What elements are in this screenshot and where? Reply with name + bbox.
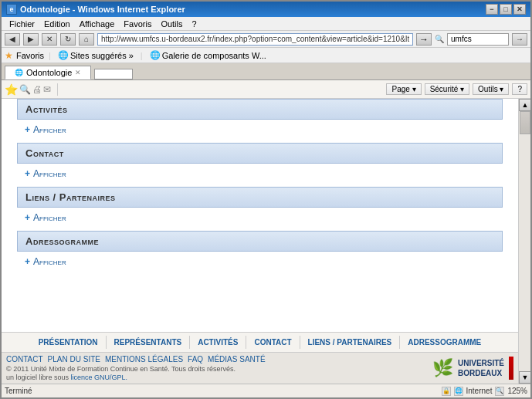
fav-sep2: |: [141, 51, 143, 60]
fav-galerie-label: Galerie de composants W...: [162, 51, 266, 60]
contact-afficher-link[interactable]: Afficher: [33, 168, 66, 179]
toolbar-icon-4: ✉: [43, 84, 51, 95]
back-button[interactable]: ◀: [5, 33, 20, 46]
nav-liens-partenaires[interactable]: Liens / Partenaires: [300, 336, 401, 349]
nav-contact[interactable]: Contact: [246, 336, 300, 349]
section-activites-title: Activités: [25, 103, 67, 115]
stop-button[interactable]: ✕: [42, 33, 57, 46]
tab-search-input[interactable]: [94, 69, 133, 79]
section-liens-header: Liens / Partenaires: [17, 187, 503, 208]
page-menu-button[interactable]: Page ▾: [386, 83, 421, 95]
search-label: 🔍: [435, 35, 444, 43]
forward-button[interactable]: ▶: [23, 33, 39, 46]
nav-adressogramme[interactable]: Adressogramme: [400, 336, 489, 349]
menu-outils[interactable]: Outils: [156, 19, 187, 29]
page-menu-label: Page ▾: [391, 85, 415, 93]
content-area: Activités + Afficher Contact + Afficher: [2, 99, 530, 384]
close-button[interactable]: ✕: [513, 4, 526, 15]
menu-edition[interactable]: Edition: [39, 19, 75, 29]
status-bar: Terminé 🔒 🌐 Internet 🔍 125%: [2, 384, 530, 397]
search-go-button[interactable]: →: [512, 33, 527, 46]
license-text: un logiciel libre sous: [6, 374, 69, 381]
security-menu-label: Sécurité ▾: [430, 85, 464, 93]
adressogramme-plus-icon: +: [25, 256, 30, 267]
footer-plan-link[interactable]: PLAN DU SITE: [48, 355, 100, 363]
status-icon-2: 🌐: [454, 387, 463, 396]
tab-odontologie-icon: 🌐: [15, 69, 23, 76]
maximize-button[interactable]: □: [500, 4, 512, 15]
window-title: Odontologie - Windows Internet Explorer: [20, 5, 185, 14]
window-icon: e: [6, 4, 17, 15]
section-adressogramme-body: + Afficher: [17, 252, 503, 272]
nav-presentation[interactable]: Présentation: [31, 336, 107, 349]
status-text: Terminé: [5, 387, 32, 395]
tab-odontologie-label: Odontologie: [26, 68, 72, 77]
university-name: UNIVERSITÉ BORDEAUX: [458, 358, 504, 378]
zoom-icon: 🔍: [495, 387, 504, 396]
copyright-text: © 2011 Unité Mixte de Formation Continue…: [6, 365, 236, 373]
section-activites-body: + Afficher: [17, 120, 503, 140]
footer-links: CONTACT PLAN DU SITE MENTIONS LÉGALES FA…: [6, 355, 266, 363]
refresh-button[interactable]: ↻: [60, 33, 76, 46]
favorites-bar: ★ Favoris | 🌐 Sites suggérés » | 🌐 Galer…: [2, 48, 530, 63]
help-button[interactable]: ?: [512, 83, 527, 95]
adressogramme-afficher-link[interactable]: Afficher: [33, 256, 66, 267]
toolbar-separator: [57, 83, 58, 96]
home-button[interactable]: ⌂: [79, 33, 94, 46]
menu-help[interactable]: ?: [188, 19, 202, 29]
menu-favoris[interactable]: Favoris: [119, 19, 156, 29]
footer-medias-link[interactable]: MÉDIAS SANTÉ: [208, 355, 265, 363]
section-activites: Activités + Afficher: [17, 99, 503, 140]
footer: CONTACT PLAN DU SITE MENTIONS LÉGALES FA…: [2, 352, 518, 384]
browser-window: e Odontologie - Windows Internet Explore…: [0, 0, 532, 399]
tab-odontologie[interactable]: 🌐 Odontologie ✕: [5, 66, 91, 79]
minimize-button[interactable]: −: [486, 4, 498, 15]
scroll-thumb[interactable]: [520, 111, 530, 134]
menu-affichage[interactable]: Affichage: [75, 19, 120, 29]
footer-copyright: © 2011 Unité Mixte de Formation Continue…: [6, 365, 266, 373]
fav-sites-suggeres[interactable]: 🌐 Sites suggérés »: [56, 49, 136, 61]
address-input[interactable]: [97, 33, 413, 46]
section-activites-header: Activités: [17, 99, 503, 120]
contact-plus-icon: +: [25, 168, 30, 179]
section-container: Activités + Afficher Contact + Afficher: [2, 99, 518, 332]
fav-galerie[interactable]: 🌐 Galerie de composants W...: [147, 49, 269, 61]
tools-menu-label: Outils ▾: [478, 85, 503, 93]
liens-afficher-link[interactable]: Afficher: [33, 212, 66, 223]
toolbar-row: ⭐ 🔍 🖨 ✉ Page ▾ Sécurité ▾ Outils ▾ ?: [2, 80, 530, 99]
license-link[interactable]: licence GNU/GPL.: [71, 374, 128, 381]
scroll-track[interactable]: [519, 111, 530, 371]
nav-activites[interactable]: Activités: [190, 336, 246, 349]
bottom-nav: Présentation Représentants Activités Con…: [2, 332, 518, 352]
tab-bar: 🌐 Odontologie ✕: [2, 63, 530, 80]
footer-license: un logiciel libre sous licence GNU/GPL.: [6, 374, 266, 381]
activites-afficher-link[interactable]: Afficher: [33, 124, 66, 135]
footer-contact-link[interactable]: CONTACT: [6, 355, 43, 363]
section-liens-title: Liens / Partenaires: [25, 191, 115, 203]
liens-plus-icon: +: [25, 212, 30, 223]
menu-fichier[interactable]: Fichier: [5, 19, 39, 29]
university-logo-bar: [509, 357, 513, 380]
toolbar-icon-3: 🖨: [32, 84, 42, 95]
toolbar-icon-1: ⭐: [5, 83, 18, 96]
window-controls: − □ ✕: [486, 4, 526, 15]
favorites-label: Favoris: [16, 51, 44, 60]
go-button[interactable]: →: [416, 33, 432, 46]
nav-representants[interactable]: Représentants: [107, 336, 191, 349]
search-input[interactable]: [447, 33, 509, 46]
section-contact-title: Contact: [25, 147, 64, 159]
fav-sep1: |: [49, 51, 51, 60]
scrollbar: ▲ ▼: [518, 99, 530, 384]
tools-menu-button[interactable]: Outils ▾: [473, 83, 509, 95]
security-menu-button[interactable]: Sécurité ▾: [425, 83, 469, 95]
fav-sites-icon: 🌐: [58, 50, 69, 60]
footer-mentions-link[interactable]: MENTIONS LÉGALES: [105, 355, 183, 363]
scroll-down-button[interactable]: ▼: [519, 371, 530, 384]
section-liens: Liens / Partenaires + Afficher: [17, 187, 503, 228]
help-label: ?: [517, 85, 522, 93]
footer-top: CONTACT PLAN DU SITE MENTIONS LÉGALES FA…: [6, 355, 513, 381]
tab-close-icon[interactable]: ✕: [75, 69, 81, 76]
footer-faq-link[interactable]: FAQ: [188, 355, 203, 363]
scroll-up-button[interactable]: ▲: [519, 99, 530, 111]
fav-sites-label: Sites suggérés »: [70, 51, 134, 60]
